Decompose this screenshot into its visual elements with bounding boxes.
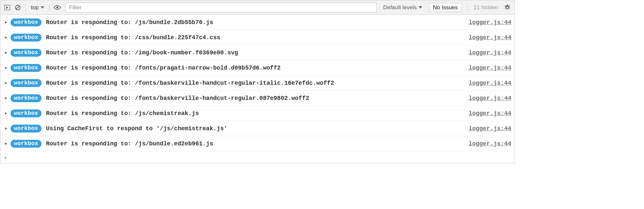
log-row: ▶workboxUsing CacheFirst to respond to '… — [0, 121, 515, 136]
context-label: top — [31, 4, 39, 11]
disclosure-triangle-icon[interactable]: ▶ — [5, 65, 7, 70]
log-message: Router is responding to: /js/bundle.ed2e… — [46, 140, 465, 147]
svg-point-5 — [56, 7, 58, 9]
disclosure-triangle-icon[interactable]: ▶ — [5, 126, 7, 131]
hidden-messages-count[interactable]: 11 hidden — [471, 4, 501, 11]
log-row: ▶workboxRouter is responding to: /js/bun… — [0, 15, 515, 30]
workbox-badge: workbox — [11, 18, 41, 26]
source-link[interactable]: logger.js:44 — [469, 125, 511, 132]
log-levels-selector[interactable]: Default levels — [381, 4, 425, 11]
log-message: Router is responding to: /js/chemistreak… — [46, 110, 465, 117]
disclosure-triangle-icon[interactable]: ▶ — [5, 50, 7, 55]
log-message: Router is responding to: /css/bundle.225… — [46, 34, 465, 41]
svg-point-7 — [506, 7, 508, 9]
workbox-badge: workbox — [11, 79, 41, 87]
disclosure-triangle-icon[interactable]: ▶ — [5, 35, 7, 40]
source-link[interactable]: logger.js:44 — [469, 34, 511, 41]
log-message: Using CacheFirst to respond to '/js/chem… — [46, 125, 465, 132]
source-link[interactable]: logger.js:44 — [469, 140, 511, 147]
workbox-badge: workbox — [11, 64, 41, 72]
disclosure-triangle-icon[interactable]: ▶ — [5, 141, 7, 146]
source-link[interactable]: logger.js:44 — [469, 19, 511, 26]
chevron-down-icon — [419, 6, 422, 9]
log-row: ▶workboxRouter is responding to: /fonts/… — [0, 60, 515, 75]
log-message: Router is responding to: /fonts/baskervi… — [46, 95, 465, 102]
disclosure-triangle-icon[interactable]: ▶ — [5, 20, 7, 25]
log-row: ▶workboxRouter is responding to: /js/che… — [0, 106, 515, 121]
workbox-badge: workbox — [11, 140, 41, 148]
log-row: ▶workboxRouter is responding to: /css/bu… — [0, 30, 515, 45]
disclosure-triangle-icon[interactable]: ▶ — [5, 80, 7, 85]
log-message: Router is responding to: /img/book-numbe… — [46, 49, 465, 56]
log-message: Router is responding to: /js/bundle.2db5… — [46, 19, 465, 26]
source-link[interactable]: logger.js:44 — [469, 95, 511, 102]
workbox-badge: workbox — [11, 94, 41, 102]
disclosure-triangle-icon[interactable]: ▶ — [5, 96, 7, 101]
console-prompt[interactable]: › — [0, 151, 515, 163]
workbox-badge: workbox — [11, 125, 41, 133]
svg-marker-6 — [419, 6, 422, 9]
source-link[interactable]: logger.js:44 — [469, 110, 511, 117]
workbox-badge: workbox — [11, 109, 41, 117]
workbox-badge: workbox — [11, 34, 41, 42]
divider — [25, 4, 26, 11]
gear-icon[interactable] — [503, 4, 512, 11]
log-row: ▶workboxRouter is responding to: /img/bo… — [0, 45, 515, 60]
log-row: ▶workboxRouter is responding to: /fonts/… — [0, 75, 515, 91]
disclosure-triangle-icon[interactable]: ▶ — [5, 111, 7, 116]
divider — [467, 4, 468, 11]
console-log-list: ▶workboxRouter is responding to: /js/bun… — [0, 15, 515, 151]
clear-console-icon[interactable] — [13, 3, 22, 12]
levels-label: Default levels — [383, 4, 417, 11]
live-expression-icon[interactable] — [53, 3, 62, 12]
svg-marker-4 — [41, 6, 44, 9]
log-row: ▶workboxRouter is responding to: /js/bun… — [0, 136, 515, 151]
log-message: Router is responding to: /fonts/pragati-… — [46, 65, 465, 71]
execution-context-selector[interactable]: top — [29, 4, 46, 12]
toggle-sidebar-icon[interactable] — [3, 3, 12, 12]
issues-button[interactable]: No Issues — [429, 3, 462, 12]
svg-line-3 — [16, 6, 19, 9]
workbox-badge: workbox — [11, 49, 41, 57]
source-link[interactable]: logger.js:44 — [469, 80, 511, 86]
log-row: ▶workboxRouter is responding to: /fonts/… — [0, 91, 515, 106]
svg-marker-1 — [6, 6, 8, 9]
chevron-right-icon: › — [4, 154, 7, 161]
divider — [49, 4, 50, 11]
console-toolbar: top Default levels No Issues 11 hidden — [0, 0, 515, 15]
chevron-down-icon — [41, 6, 44, 9]
source-link[interactable]: logger.js:44 — [469, 65, 511, 71]
source-link[interactable]: logger.js:44 — [469, 49, 511, 56]
filter-input[interactable] — [66, 3, 377, 13]
log-message: Router is responding to: /fonts/baskervi… — [46, 80, 465, 86]
